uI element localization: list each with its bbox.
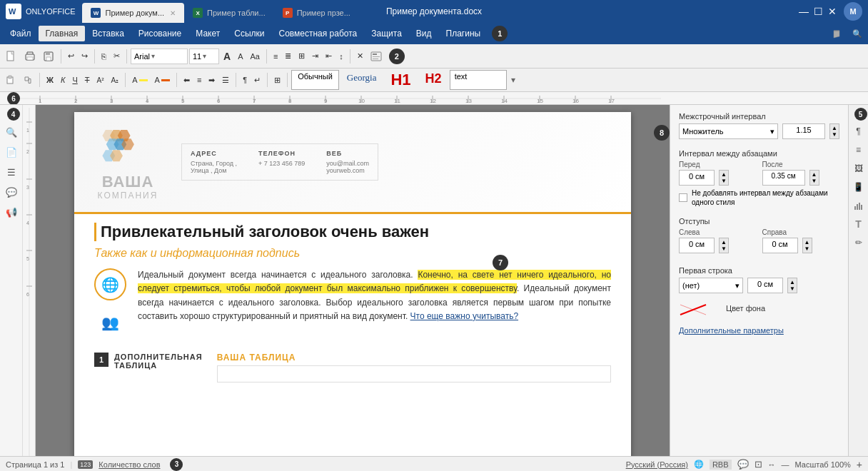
after-input[interactable]: 0.35 см (762, 170, 805, 186)
italic-button[interactable]: К (58, 72, 68, 88)
font-case-button[interactable]: Aa (247, 49, 262, 64)
font-color-button[interactable]: A (152, 72, 173, 88)
new-button[interactable] (3, 49, 20, 64)
subscript-button[interactable]: A₂ (108, 72, 122, 88)
language-select[interactable]: Русский (Россия) (626, 460, 688, 469)
right-indent-spinner[interactable]: ▲▼ (802, 238, 812, 253)
line-spacing-value-input[interactable]: 1.15 (782, 123, 825, 139)
tab-xls[interactable]: X Пример табли... (184, 3, 274, 23)
no-spacing-checkbox[interactable] (679, 193, 687, 202)
font-shrink-button[interactable]: A (235, 49, 246, 64)
font-size-select[interactable]: 11 ▾ (189, 49, 219, 64)
sidebar-pages-btn[interactable]: 📄 (3, 143, 20, 161)
after-spinner[interactable]: ▲▼ (809, 170, 819, 186)
track-changes-icon[interactable]: RBB (710, 460, 732, 470)
table-icon[interactable]: ≡ (851, 142, 867, 158)
style-h1-button[interactable]: H1 (384, 70, 417, 90)
first-line-value-input[interactable]: 0 см (747, 278, 783, 293)
print-button[interactable] (21, 49, 39, 64)
search-menu-button[interactable]: 🔍 (849, 26, 865, 41)
mobile-icon[interactable]: 📱 (851, 179, 867, 195)
indent-more-button[interactable]: ⇥ (309, 49, 321, 64)
doc-link[interactable]: Что еще важно учитывать? (410, 311, 519, 321)
underline-button[interactable]: Ч (69, 72, 80, 88)
more-params-link[interactable]: Дополнительные параметры (679, 326, 839, 335)
align-left-button[interactable]: ⬅ (181, 72, 193, 88)
menu-collab[interactable]: Совместная работа (271, 26, 364, 41)
style-h2-button[interactable]: H2 (419, 70, 448, 90)
document-area[interactable]: ВАША КОМПАНИЯ АДРЕС Страна, Город ,Улица… (36, 105, 670, 456)
superscript-button[interactable]: A² (94, 72, 107, 88)
align-right-button[interactable]: ➡ (206, 72, 218, 88)
nonprint-button[interactable]: ↵ (251, 72, 263, 88)
indent-less-button[interactable]: ⇤ (323, 49, 335, 64)
line-spacing-type-select[interactable]: Множитель ▾ (679, 123, 778, 139)
tab-ppt[interactable]: P Пример прзе... (274, 3, 359, 23)
list-bullet-button[interactable]: ≡ (271, 49, 281, 64)
strikethrough-button[interactable]: Т (82, 72, 93, 88)
cut-button[interactable]: ✂ (111, 49, 123, 64)
minimize-button[interactable]: — (798, 6, 809, 17)
menu-home[interactable]: Главная (39, 26, 86, 41)
user-avatar[interactable]: M (844, 2, 862, 21)
menu-draw[interactable]: Рисование (131, 26, 188, 41)
sidebar-search-btn[interactable]: 🔍 (3, 123, 20, 141)
menu-layout[interactable]: Макет (188, 26, 227, 41)
pilcrow-button[interactable]: ¶ (240, 72, 250, 88)
style-georgia-button[interactable]: Georgia (340, 70, 383, 90)
sidebar-comments-btn[interactable]: 💬 (3, 183, 20, 201)
line-spacing-button[interactable]: ↕ (336, 49, 346, 64)
right-indent-input[interactable]: 0 см (762, 238, 798, 253)
menu-view[interactable]: Вид (409, 26, 439, 41)
menu-refs[interactable]: Ссылки (227, 26, 271, 41)
align-center-button[interactable]: ≡ (194, 72, 204, 88)
sidebar-announce-btn[interactable]: 📢 (3, 203, 20, 221)
tab-doc[interactable]: W Пример докум... ✕ (82, 3, 184, 23)
font-grow-button[interactable]: A (221, 49, 233, 64)
word-count-label[interactable]: Количество слов (99, 460, 160, 469)
first-line-spinner[interactable]: ▲▼ (787, 278, 797, 293)
style-text-input[interactable]: text (450, 70, 507, 90)
insert-table-btn[interactable]: ⊞ (271, 72, 283, 88)
fit-width-icon[interactable]: ↔ (768, 460, 776, 469)
align-justify-button[interactable]: ☰ (219, 72, 232, 88)
comment-icon[interactable]: 💬 (737, 459, 749, 470)
chart-icon[interactable] (851, 198, 867, 213)
bold-button[interactable]: Ж (44, 72, 56, 88)
menu-protect[interactable]: Защита (364, 26, 409, 41)
highlight-color-button[interactable]: A (129, 72, 150, 88)
pilcrow-icon[interactable]: ¶ (851, 123, 867, 139)
fit-page-icon[interactable]: ⊡ (755, 459, 762, 470)
list-num-button[interactable]: ≣ (282, 49, 294, 64)
list-multi-button[interactable]: ⊞ (296, 49, 308, 64)
left-indent-spinner[interactable]: ▲▼ (719, 238, 729, 253)
copy-button[interactable]: ⎘ (99, 49, 109, 64)
bg-color-swatch[interactable] (679, 303, 722, 316)
menu-insert[interactable]: Вставка (85, 26, 131, 41)
image-icon[interactable]: 🖼 (851, 161, 867, 176)
text-icon[interactable]: T (851, 216, 867, 232)
close-button[interactable]: ✕ (827, 6, 838, 17)
save-button[interactable] (40, 49, 57, 64)
before-input[interactable]: 0 см (679, 170, 715, 186)
left-indent-input[interactable]: 0 см (679, 238, 715, 253)
style-normal-button[interactable]: Обычный (291, 70, 339, 90)
font-family-select[interactable]: Arial ▾ (131, 49, 188, 64)
before-spinner[interactable]: ▲▼ (719, 170, 729, 186)
edit-icon[interactable]: ✏ (851, 235, 867, 250)
format-painter-btn[interactable] (20, 72, 36, 88)
sidebar-outline-btn[interactable]: ☰ (3, 163, 20, 181)
zoom-in-button[interactable]: + (857, 459, 862, 470)
menu-plugins[interactable]: Плагины (439, 26, 488, 41)
clear-format-button[interactable]: ✕ (354, 49, 366, 64)
menu-file[interactable]: Файл (3, 26, 39, 41)
maximize-button[interactable]: ☐ (812, 6, 824, 17)
line-spacing-spinner[interactable]: ▲▼ (829, 123, 839, 139)
styles-button[interactable] (368, 49, 385, 64)
tab-doc-close[interactable]: ✕ (170, 9, 176, 17)
first-line-type-select[interactable]: (нет) ▾ (679, 278, 743, 293)
spell-check-icon[interactable]: 🌐 (694, 460, 704, 469)
paste-btn[interactable] (3, 72, 19, 88)
undo-button[interactable]: ↩ (65, 49, 77, 64)
redo-button[interactable]: ↪ (79, 49, 91, 64)
